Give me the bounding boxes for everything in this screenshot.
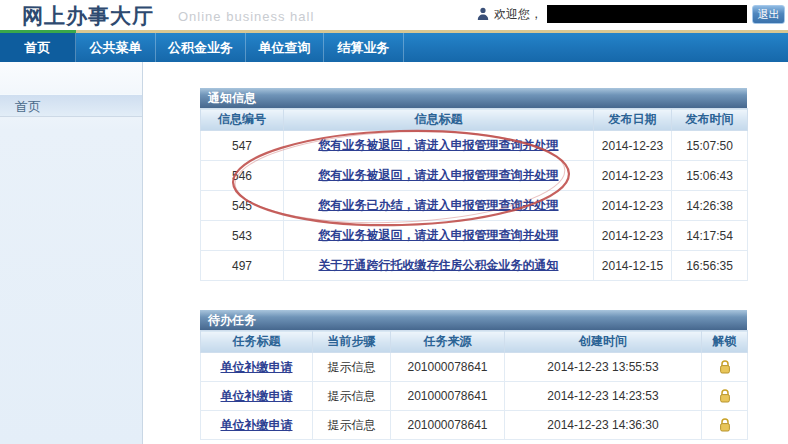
notices-panel: 通知信息 信息编号 信息标题 发布日期 发布时间 547 您有业务被退回，请进入… <box>200 88 747 281</box>
notice-row: 547 您有业务被退回，请进入申报管理查询并处理 2014-12-23 15:0… <box>201 131 748 161</box>
notice-link[interactable]: 您有业务被退回，请进入申报管理查询并处理 <box>319 228 559 242</box>
col-notice-date: 发布日期 <box>594 109 672 131</box>
notice-time: 16:56:35 <box>672 251 748 281</box>
notice-row: 543 您有业务被退回，请进入申报管理查询并处理 2014-12-23 14:1… <box>201 221 748 251</box>
notices-header-row: 信息编号 信息标题 发布日期 发布时间 <box>201 109 748 131</box>
unlock-cell <box>702 353 748 382</box>
tasks-table: 任务标题 当前步骤 任务来源 创建时间 解锁 单位补缴申请 提示信息 20100… <box>200 330 748 440</box>
notice-date: 2014-12-23 <box>594 161 672 191</box>
task-created: 2014-12-23 13:55:53 <box>505 353 702 382</box>
notice-row: 545 您有业务已办结，请进入申报管理查询并处理 2014-12-23 14:2… <box>201 191 748 221</box>
task-row: 单位补缴申请 提示信息 201000078641 2014-12-23 14:3… <box>201 411 748 440</box>
nav-tab-home[interactable]: 首页 <box>0 33 76 62</box>
site-subtitle: Online business hall <box>178 9 314 24</box>
notice-link[interactable]: 您有业务已办结，请进入申报管理查询并处理 <box>319 198 559 212</box>
task-step: 提示信息 <box>313 411 391 440</box>
notice-time: 14:26:38 <box>672 191 748 221</box>
sidebar-item-home[interactable]: 首页 <box>0 94 142 117</box>
tasks-panel-title: 待办任务 <box>200 310 747 330</box>
notice-time: 15:06:43 <box>672 161 748 191</box>
nav-tab-unit-query[interactable]: 单位查询 <box>246 33 324 62</box>
redacted-username <box>547 5 747 23</box>
col-task-source: 任务来源 <box>391 331 505 353</box>
user-icon <box>477 7 489 21</box>
col-task-title: 任务标题 <box>201 331 313 353</box>
notice-id: 543 <box>201 221 284 251</box>
col-notice-id: 信息编号 <box>201 109 284 131</box>
task-link[interactable]: 单位补缴申请 <box>221 389 293 403</box>
tasks-header-row: 任务标题 当前步骤 任务来源 创建时间 解锁 <box>201 331 748 353</box>
logout-button[interactable]: 退出 <box>752 5 785 24</box>
task-step: 提示信息 <box>313 382 391 411</box>
online-business-hall-page: 网上办事大厅 Online business hall 欢迎您， 退出 首页 公… <box>0 0 788 444</box>
sidebar: 首页 <box>0 62 143 444</box>
notices-panel-title: 通知信息 <box>200 88 747 108</box>
notice-date: 2014-12-15 <box>594 251 672 281</box>
task-link[interactable]: 单位补缴申请 <box>221 360 293 374</box>
task-created: 2014-12-23 14:36:30 <box>505 411 702 440</box>
task-row: 单位补缴申请 提示信息 201000078641 2014-12-23 13:5… <box>201 353 748 382</box>
tasks-panel: 待办任务 任务标题 当前步骤 任务来源 创建时间 解锁 单位补缴申请 提示信息 … <box>200 310 747 440</box>
nav-tab-public-menu[interactable]: 公共菜单 <box>76 33 156 62</box>
task-created: 2014-12-23 14:23:53 <box>505 382 702 411</box>
notice-link[interactable]: 您有业务被退回，请进入申报管理查询并处理 <box>319 168 559 182</box>
notice-date: 2014-12-23 <box>594 131 672 161</box>
unlock-cell <box>702 411 748 440</box>
col-task-created: 创建时间 <box>505 331 702 353</box>
notice-time: 15:07:50 <box>672 131 748 161</box>
nav-tab-fund-business[interactable]: 公积金业务 <box>156 33 246 62</box>
lock-icon[interactable] <box>719 389 731 403</box>
user-area: 欢迎您， 退出 <box>477 4 785 24</box>
site-title: 网上办事大厅 <box>22 2 154 30</box>
unlock-cell <box>702 382 748 411</box>
notice-date: 2014-12-23 <box>594 191 672 221</box>
notice-row: 497 关于开通跨行托收缴存住房公积金业务的通知 2014-12-15 16:5… <box>201 251 748 281</box>
top-header: 网上办事大厅 Online business hall 欢迎您， 退出 <box>0 0 788 30</box>
notice-link[interactable]: 您有业务被退回，请进入申报管理查询并处理 <box>319 138 559 152</box>
main-nav: 首页 公共菜单 公积金业务 单位查询 结算业务 <box>0 33 788 62</box>
task-source: 201000078641 <box>391 382 505 411</box>
task-source: 201000078641 <box>391 411 505 440</box>
notice-link[interactable]: 关于开通跨行托收缴存住房公积金业务的通知 <box>319 258 559 272</box>
notices-table: 信息编号 信息标题 发布日期 发布时间 547 您有业务被退回，请进入申报管理查… <box>200 108 748 281</box>
task-source: 201000078641 <box>391 353 505 382</box>
col-task-unlock: 解锁 <box>702 331 748 353</box>
notice-date: 2014-12-23 <box>594 221 672 251</box>
welcome-label: 欢迎您， <box>494 6 542 23</box>
task-link[interactable]: 单位补缴申请 <box>221 418 293 432</box>
notice-id: 545 <box>201 191 284 221</box>
notice-id: 546 <box>201 161 284 191</box>
col-notice-title: 信息标题 <box>284 109 594 131</box>
notice-time: 14:17:54 <box>672 221 748 251</box>
notice-row: 546 您有业务被退回，请进入申报管理查询并处理 2014-12-23 15:0… <box>201 161 748 191</box>
notice-id: 547 <box>201 131 284 161</box>
lock-icon[interactable] <box>719 360 731 374</box>
task-row: 单位补缴申请 提示信息 201000078641 2014-12-23 14:2… <box>201 382 748 411</box>
notice-id: 497 <box>201 251 284 281</box>
nav-tab-settlement[interactable]: 结算业务 <box>324 33 404 62</box>
col-task-step: 当前步骤 <box>313 331 391 353</box>
task-step: 提示信息 <box>313 353 391 382</box>
lock-icon[interactable] <box>719 418 731 432</box>
col-notice-time: 发布时间 <box>672 109 748 131</box>
